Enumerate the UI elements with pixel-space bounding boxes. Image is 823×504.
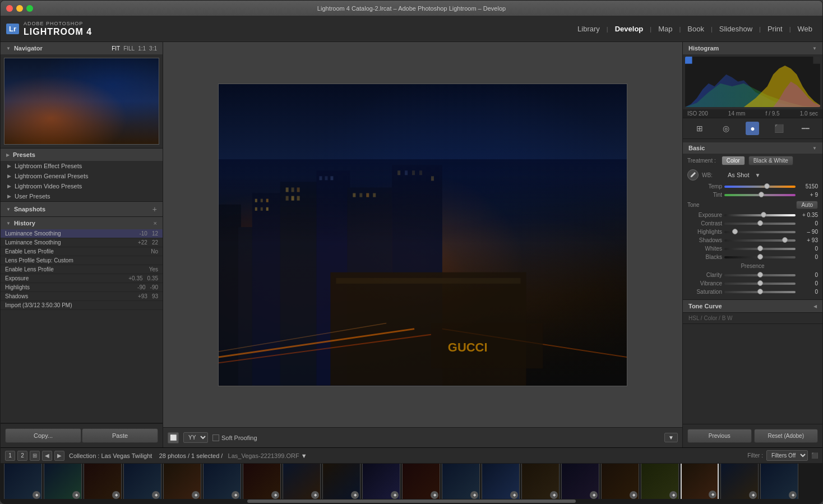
film-thumb-4[interactable]: ◆ (123, 464, 161, 499)
tone-curve-header[interactable]: Tone Curve ◀ (683, 300, 822, 312)
saturation-slider-track[interactable] (724, 291, 796, 293)
history-item[interactable]: Exposure +0.35 0.35 (1, 274, 163, 283)
vibrance-slider-track[interactable] (724, 283, 796, 285)
shadows-slider-track[interactable] (724, 239, 796, 242)
snapshots-header[interactable]: ▼ Snapshots + (1, 202, 163, 216)
nav-fill[interactable]: FILL (123, 45, 135, 52)
filmstrip-prev-btn[interactable]: ◀ (42, 451, 52, 461)
reset-button[interactable]: Reset (Adobe) (754, 429, 819, 443)
auto-button[interactable]: Auto (796, 201, 818, 209)
toolbar-dropdown[interactable]: ▼ (664, 433, 678, 442)
history-item[interactable]: Luminance Smoothing -10 12 (1, 229, 163, 238)
history-item[interactable]: Highlights -90 -90 (1, 283, 163, 292)
minimize-button[interactable] (16, 5, 23, 12)
basic-section-header[interactable]: Basic ▼ (683, 142, 822, 154)
film-thumb-7[interactable]: ◆ (243, 464, 281, 499)
history-item[interactable]: Lens Profile Setup: Custom (1, 256, 163, 265)
close-button[interactable] (6, 5, 13, 12)
exposure-slider-thumb[interactable] (761, 212, 766, 218)
whites-slider-track[interactable] (724, 248, 796, 250)
soft-proofing-checkbox[interactable] (212, 434, 219, 441)
wb-eyedropper-icon[interactable] (687, 169, 699, 181)
film-thumb-5[interactable]: ◆ (163, 464, 201, 499)
exposure-slider-track[interactable] (724, 214, 796, 216)
previous-button[interactable]: Previous (687, 429, 752, 443)
nav-fit[interactable]: FIT (112, 45, 120, 52)
history-item[interactable]: Enable Lens Profile Yes (1, 265, 163, 274)
blacks-slider-thumb[interactable] (757, 254, 763, 260)
preset-item-user[interactable]: ▶ User Presets (1, 191, 163, 201)
nav-print[interactable]: Print (763, 22, 787, 35)
clarity-slider-track[interactable] (724, 274, 796, 276)
film-thumb-3[interactable]: ◆ (84, 464, 122, 499)
graduated-filter-tool[interactable]: ⬛ (773, 122, 786, 135)
film-thumb-19[interactable]: ◆ (720, 464, 759, 499)
history-item[interactable]: Enable Lens Profile No (1, 247, 163, 256)
nav-slideshow[interactable]: Slideshow (715, 22, 757, 35)
film-thumb-14[interactable]: ◆ (521, 464, 560, 499)
highlights-slider-track[interactable] (724, 231, 796, 233)
saturation-slider-thumb[interactable] (757, 289, 763, 294)
blacks-slider-track[interactable] (724, 256, 796, 258)
view-mode-icon[interactable]: ⬜ (168, 432, 179, 443)
history-item[interactable]: Import (3/3/12 3:50:30 PM) (1, 301, 163, 310)
crop-tool[interactable]: ⊞ (693, 122, 706, 135)
maximize-button[interactable] (26, 5, 33, 12)
preset-item-effects[interactable]: ▶ Lightroom Effect Presets (1, 161, 163, 171)
nav-book[interactable]: Book (683, 22, 709, 35)
preset-item-general[interactable]: ▶ Lightroom General Presets (1, 171, 163, 181)
temp-slider-track[interactable] (724, 186, 796, 188)
film-thumb-12[interactable]: ◆ (442, 464, 480, 499)
whites-slider-thumb[interactable] (757, 246, 763, 251)
film-thumb-11[interactable]: ◆ (402, 464, 440, 499)
filmstrip-page-2[interactable]: 2 (17, 451, 27, 461)
temp-slider-thumb[interactable] (764, 183, 770, 189)
snapshots-add-button[interactable]: + (152, 205, 157, 214)
history-close-button[interactable]: × (154, 220, 157, 226)
nav-map[interactable]: Map (654, 22, 677, 35)
film-thumb-8[interactable]: ◆ (283, 464, 321, 499)
filter-select[interactable]: Filters Off (766, 450, 808, 461)
nav-library[interactable]: Library (573, 22, 604, 35)
nav-1to1[interactable]: 1:1 (138, 45, 146, 52)
clarity-slider-thumb[interactable] (757, 272, 763, 278)
navigator-header[interactable]: ▼ Navigator FIT FILL 1:1 3:1 (1, 42, 163, 54)
preset-item-video[interactable]: ▶ Lightroom Video Presets (1, 181, 163, 191)
filmstrip-page-1[interactable]: 1 (5, 451, 15, 461)
vibrance-slider-thumb[interactable] (757, 280, 763, 286)
presets-header[interactable]: ▶ Presets (1, 149, 163, 161)
film-thumb-15[interactable]: ◆ (561, 464, 599, 499)
film-thumb-10[interactable]: ◆ (362, 464, 400, 499)
red-eye-tool[interactable]: ● (746, 122, 759, 135)
film-thumb-1[interactable]: ◆ (4, 464, 42, 499)
nav-develop[interactable]: Develop (611, 22, 648, 35)
yymode-select[interactable]: YY (183, 432, 208, 443)
film-thumb-2[interactable]: ◆ (44, 464, 82, 499)
film-thumb-13[interactable]: ◆ (482, 464, 520, 499)
history-item[interactable]: Luminance Smoothing +22 22 (1, 238, 163, 247)
histogram-header[interactable]: Histogram ▼ (683, 42, 822, 54)
filmstrip-scrollbar[interactable] (247, 500, 576, 503)
contrast-slider-track[interactable] (724, 223, 796, 225)
film-thumb-16[interactable]: ◆ (601, 464, 639, 499)
nav-3to1[interactable]: 3:1 (149, 45, 157, 52)
film-thumb-9[interactable]: ◆ (322, 464, 360, 499)
soft-proofing-toggle[interactable]: Soft Proofing (212, 434, 257, 441)
nav-web[interactable]: Web (793, 22, 817, 35)
tint-slider-thumb[interactable] (759, 192, 764, 197)
window-controls[interactable] (6, 5, 33, 12)
film-thumb-17[interactable]: ◆ (641, 464, 679, 499)
filmstrip-next-btn[interactable]: ▶ (54, 451, 64, 461)
filmstrip-scroll[interactable] (1, 499, 822, 503)
highlights-slider-thumb[interactable] (732, 229, 738, 234)
color-button[interactable]: Color (722, 156, 745, 165)
tint-slider-track[interactable] (724, 194, 796, 196)
history-item[interactable]: Shadows +93 93 (1, 292, 163, 301)
film-thumb-18[interactable]: ◆ (681, 464, 719, 499)
contrast-slider-thumb[interactable] (757, 220, 763, 226)
film-thumb-6[interactable]: ◆ (203, 464, 241, 499)
film-thumb-20[interactable]: ◆ (760, 464, 798, 499)
adjustment-brush-tool[interactable]: ━━ (799, 122, 812, 135)
bw-button[interactable]: Black & White (748, 156, 793, 165)
spot-heal-tool[interactable]: ◎ (719, 122, 733, 135)
